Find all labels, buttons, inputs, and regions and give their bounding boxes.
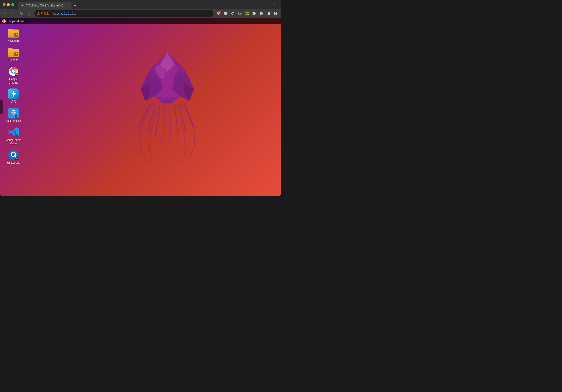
active-tab[interactable]: K 747e5dbcd70d:1 () - KasmVNC × (18, 2, 71, 9)
vscode-icon-img: ↗ (8, 127, 19, 138)
uploads-icon[interactable]: ↗ Uploads (4, 46, 22, 63)
nav-bar: ← → ↻ ⌂ ⚠ 不安全 | https://10.10.10.1 2 (0, 9, 281, 18)
svg-line-21 (184, 103, 194, 128)
new-tab-button[interactable]: + (71, 2, 78, 9)
tab-title: 747e5dbcd70d:1 () - KasmVNC (26, 4, 63, 7)
title-bar: K 747e5dbcd70d:1 () - KasmVNC × + ⋮ (0, 0, 281, 9)
desktop-icons: ↗ Downloads ↗ Uploads (4, 27, 22, 165)
svg-rect-4 (245, 14, 247, 15)
svg-line-14 (138, 103, 150, 128)
warning-icon: ⚠ (37, 12, 40, 15)
close-button[interactable] (3, 3, 6, 6)
jellyfish-illustration (100, 40, 234, 174)
svg-line-19 (175, 105, 178, 137)
tab-menu-button[interactable]: ⋮ (271, 2, 278, 9)
tab-close-button[interactable]: × (65, 4, 69, 7)
microsoft-icon[interactable] (244, 10, 250, 17)
svg-text:↗: ↗ (16, 115, 18, 118)
url-display: https://10.10.10.1 (53, 12, 211, 15)
qbittorrent-icon-img: ↗ (8, 150, 19, 160)
back-button[interactable]: ← (2, 10, 9, 17)
security-warning: ⚠ 不安全 (37, 12, 49, 15)
svg-point-24 (4, 19, 4, 20)
svg-text:↗: ↗ (16, 157, 18, 159)
baidunetdisk-icon[interactable]: ↗ baidunetdisk (4, 107, 22, 124)
address-divider: | (51, 12, 52, 15)
uploads-label: Uploads (9, 59, 18, 62)
svg-rect-3 (247, 12, 249, 13)
qbittorrent-label: qBittorrent (7, 161, 19, 165)
notification-badge: 2 (218, 11, 221, 14)
shield-icon[interactable] (222, 10, 229, 17)
svg-line-18 (170, 105, 171, 142)
applications-menu[interactable]: Applications ☰ (7, 19, 29, 23)
address-bar[interactable]: ⚠ 不安全 | https://10.10.10.1 (35, 10, 213, 17)
svg-point-26 (5, 21, 6, 22)
vscode-label: Visual Studio Code (5, 139, 22, 145)
svg-text:K: K (22, 4, 23, 7)
browser-window: K 747e5dbcd70d:1 () - KasmVNC × + ⋮ ← → … (0, 0, 281, 196)
google-account-icon[interactable] (237, 10, 243, 17)
svg-text:↗: ↗ (16, 73, 18, 76)
forward-button[interactable]: → (10, 10, 17, 17)
svg-text:↗: ↗ (16, 134, 18, 137)
baidunetdisk-label: baidunetdisk (6, 119, 21, 123)
extension-notifications-icon[interactable]: 2 (215, 10, 222, 17)
svg-line-17 (162, 105, 165, 142)
sidebar-toggle-icon[interactable] (265, 10, 272, 17)
tab-bar: K 747e5dbcd70d:1 () - KasmVNC × + ⋮ (18, 0, 278, 9)
baidunetdisk-icon-img: ↗ (8, 108, 19, 119)
ubuntu-logo (2, 19, 6, 23)
vscode-icon[interactable]: ↗ Visual Studio Code (4, 126, 22, 146)
traffic-lights (3, 3, 14, 6)
svg-point-32 (12, 70, 15, 73)
chrome-icon-img: ↗ (8, 66, 19, 77)
tab-favicon: K (21, 4, 24, 7)
side-panel-toggle[interactable]: › (0, 100, 3, 114)
extension-icon-1[interactable] (251, 10, 257, 17)
downloads-folder-img: ↗ (8, 28, 19, 38)
xunlei-label: 迅雷 (11, 100, 16, 104)
home-button[interactable]: ⌂ (26, 10, 33, 17)
xunlei-icon-img (8, 88, 19, 99)
maximize-button[interactable] (11, 3, 14, 6)
vnc-desktop: Applications ☰ › ↗ Downloads (0, 18, 281, 196)
chrome-label: Google Chrome (5, 78, 22, 84)
reload-button[interactable]: ↻ (18, 10, 24, 17)
xunlei-icon[interactable]: 迅雷 (4, 88, 22, 105)
qbittorrent-icon[interactable]: ↗ qBittorrent (4, 149, 22, 166)
sync-icon[interactable] (230, 10, 236, 17)
downloads-label: Downloads (7, 39, 20, 43)
extensions-icon[interactable] (258, 10, 264, 17)
security-warning-text: 不安全 (41, 12, 49, 15)
svg-point-25 (2, 21, 3, 22)
uploads-folder-img: ↗ (8, 47, 19, 58)
svg-rect-2 (245, 12, 247, 13)
svg-rect-5 (247, 14, 249, 15)
ubuntu-panel: Applications ☰ (0, 18, 281, 24)
nav-icons-right: 2 (215, 10, 279, 17)
svg-line-16 (155, 105, 160, 137)
chrome-icon[interactable]: ↗ Google Chrome (4, 65, 22, 85)
minimize-button[interactable] (7, 3, 10, 6)
profile-icon[interactable] (272, 10, 279, 17)
downloads-icon[interactable]: ↗ Downloads (4, 27, 22, 44)
